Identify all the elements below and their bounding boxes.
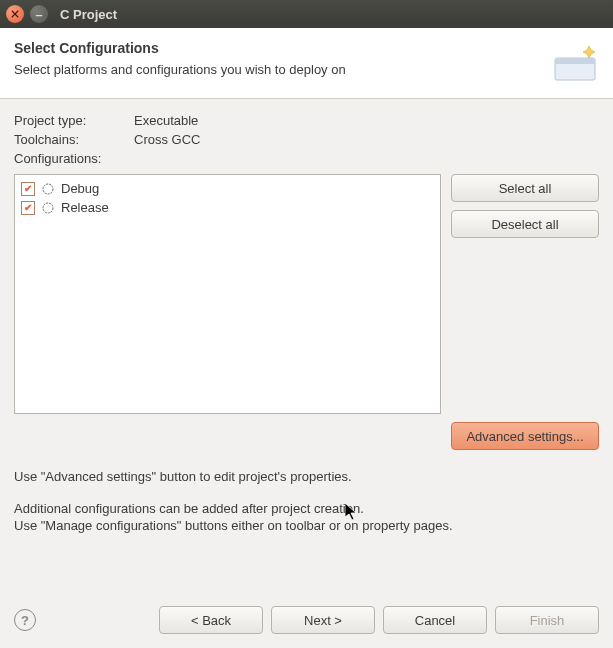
- select-all-button[interactable]: Select all: [451, 174, 599, 202]
- toolchains-label: Toolchains:: [14, 132, 134, 147]
- config-label: Debug: [61, 181, 99, 196]
- finish-button[interactable]: Finish: [495, 606, 599, 634]
- configurations-list[interactable]: ✔ Debug ✔ Release: [14, 174, 441, 414]
- svg-point-2: [43, 184, 53, 194]
- configurations-label: Configurations:: [14, 151, 134, 166]
- help-icon[interactable]: ?: [14, 609, 36, 631]
- list-item[interactable]: ✔ Debug: [21, 179, 434, 198]
- window-title: C Project: [60, 7, 117, 22]
- content-area: Project type: Executable Toolchains: Cro…: [0, 99, 613, 458]
- notes-area: Use "Advanced settings" button to edit p…: [0, 458, 613, 535]
- project-type-value: Executable: [134, 113, 198, 128]
- wizard-footer: ? < Back Next > Cancel Finish: [0, 596, 613, 648]
- note-line: Additional configurations can be added a…: [14, 500, 599, 518]
- toolchains-value: Cross GCC: [134, 132, 200, 147]
- config-label: Release: [61, 200, 109, 215]
- advanced-settings-button[interactable]: Advanced settings...: [451, 422, 599, 450]
- config-icon: [41, 182, 55, 196]
- note-line: Use "Manage configurations" buttons eith…: [14, 517, 599, 535]
- note-line: Use "Advanced settings" button to edit p…: [14, 468, 599, 486]
- list-item[interactable]: ✔ Release: [21, 198, 434, 217]
- close-icon[interactable]: [6, 5, 24, 23]
- titlebar: C Project: [0, 0, 613, 28]
- wizard-header: Select Configurations Select platforms a…: [0, 28, 613, 99]
- checkbox-icon[interactable]: ✔: [21, 201, 35, 215]
- page-subtitle: Select platforms and configurations you …: [14, 62, 541, 77]
- deselect-all-button[interactable]: Deselect all: [451, 210, 599, 238]
- svg-point-3: [43, 203, 53, 213]
- project-type-label: Project type:: [14, 113, 134, 128]
- cancel-button[interactable]: Cancel: [383, 606, 487, 634]
- wizard-icon: [551, 40, 599, 88]
- minimize-icon[interactable]: [30, 5, 48, 23]
- page-title: Select Configurations: [14, 40, 541, 56]
- checkbox-icon[interactable]: ✔: [21, 182, 35, 196]
- svg-rect-1: [555, 58, 595, 64]
- config-icon: [41, 201, 55, 215]
- next-button[interactable]: Next >: [271, 606, 375, 634]
- back-button[interactable]: < Back: [159, 606, 263, 634]
